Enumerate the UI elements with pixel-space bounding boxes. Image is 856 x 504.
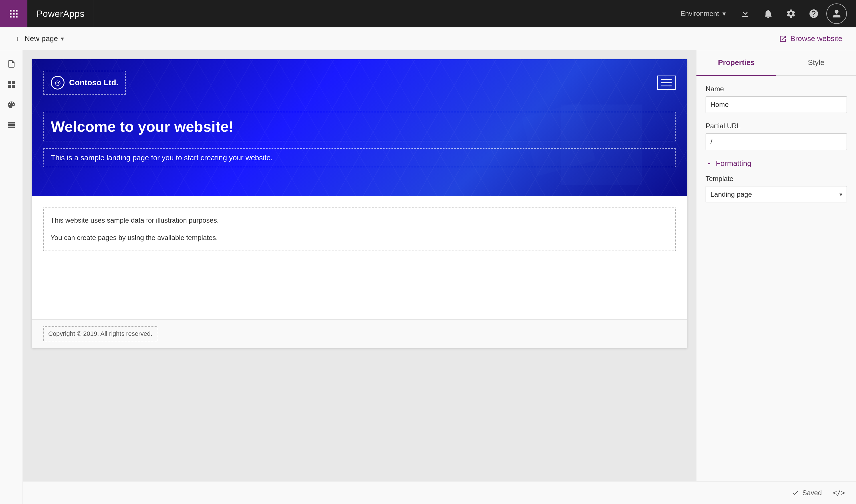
svg-rect-0 [10,10,12,12]
formatting-section: Formatting Template Landing page Blank F… [706,159,847,202]
template-dropdown: Landing page Blank FAQ Contact us Profil… [706,186,847,202]
new-page-label: New page [24,34,58,43]
hero-title-box[interactable]: Welcome to your website! [44,112,675,141]
svg-rect-3 [10,13,12,15]
website-preview: Contoso Ltd. Welcome to your website! Th… [32,59,687,348]
logo-circle [51,76,65,90]
hero-section: Contoso Ltd. Welcome to your website! Th… [32,59,687,196]
name-input[interactable] [706,96,847,113]
environment-label: Environment [681,10,719,18]
logo-box[interactable]: Contoso Ltd. [44,71,126,95]
template-select[interactable]: Landing page Blank FAQ Contact us Profil… [706,186,847,202]
menu-line-1 [661,79,672,80]
partial-url-label: Partial URL [706,122,847,130]
saved-label: Saved [802,489,822,497]
tab-properties[interactable]: Properties [697,50,776,76]
menu-button[interactable] [657,75,675,90]
name-label: Name [706,85,847,93]
hero-subtitle-box[interactable]: This is a sample landing page for you to… [44,148,675,167]
environment-selector[interactable]: Environment ▾ [673,10,733,18]
footer-text-box[interactable]: Copyright © 2019. All rights reserved. [44,326,157,341]
chevron-down-icon: ▾ [61,35,64,42]
nav-bar-section: Contoso Ltd. [44,71,675,95]
apps-grid-button[interactable] [0,0,28,28]
content-spacer [32,262,687,319]
hero-title: Welcome to your website! [51,118,668,135]
menu-line-2 [661,83,672,83]
svg-rect-4 [13,13,15,15]
help-button[interactable] [804,3,824,24]
code-label: </> [833,489,845,497]
svg-rect-7 [13,16,15,18]
download-button[interactable] [735,3,755,24]
svg-rect-1 [13,10,15,12]
topbar: PowerApps Environment ▾ [0,0,856,28]
sidebar-item-pages[interactable] [2,55,20,73]
main-content: Contoso Ltd. Welcome to your website! Th… [23,50,696,481]
browse-website-label: Browse website [790,34,842,43]
notifications-button[interactable] [758,3,778,24]
footer-text: Copyright © 2019. All rights reserved. [48,330,152,337]
partial-url-input[interactable] [706,133,847,150]
topbar-right: Environment ▾ [673,3,856,24]
user-avatar[interactable] [826,3,847,24]
app-logo: PowerApps [28,0,94,28]
template-field: Template Landing page Blank FAQ Contact … [706,175,847,202]
svg-rect-5 [16,13,18,15]
hero-subtitle: This is a sample landing page for you to… [51,154,668,162]
new-page-button[interactable]: ＋ New page ▾ [9,31,69,47]
partial-url-field: Partial URL [706,122,847,150]
secondbar: ＋ New page ▾ Browse website [0,28,856,50]
statusbar: Saved </> [23,481,856,504]
chevron-down-icon: ▾ [722,10,726,18]
content-line-1: This website uses sample data for illust… [51,215,668,226]
right-panel: Properties Style Name Partial URL Format… [696,50,856,481]
formatting-label: Formatting [716,159,751,168]
sidebar-item-components[interactable] [2,75,20,93]
content-section: This website uses sample data for illust… [32,196,687,262]
browse-website-button[interactable]: Browse website [774,31,847,46]
svg-rect-8 [16,16,18,18]
plus-icon: ＋ [14,33,22,44]
settings-button[interactable] [781,3,801,24]
saved-status: Saved [792,489,822,497]
sidebar-item-design[interactable] [2,96,20,114]
svg-rect-2 [16,10,18,12]
content-text-box[interactable]: This website uses sample data for illust… [44,208,675,251]
menu-line-3 [661,86,672,86]
panel-tabs: Properties Style [697,50,856,76]
content-line-2: You can create pages by using the availa… [51,232,668,244]
name-field: Name [706,85,847,113]
template-label: Template [706,175,847,183]
logo-text: Contoso Ltd. [69,78,118,87]
formatting-header[interactable]: Formatting [706,159,847,168]
tab-style[interactable]: Style [776,50,856,75]
left-sidebar [0,50,23,504]
panel-content: Name Partial URL Formatting Template Lan… [697,76,856,221]
sidebar-item-data[interactable] [2,116,20,134]
code-editor-button[interactable]: </> [831,485,847,501]
footer-section: Copyright © 2019. All rights reserved. [32,319,687,348]
app-name: PowerApps [36,8,85,19]
svg-rect-6 [10,16,12,18]
